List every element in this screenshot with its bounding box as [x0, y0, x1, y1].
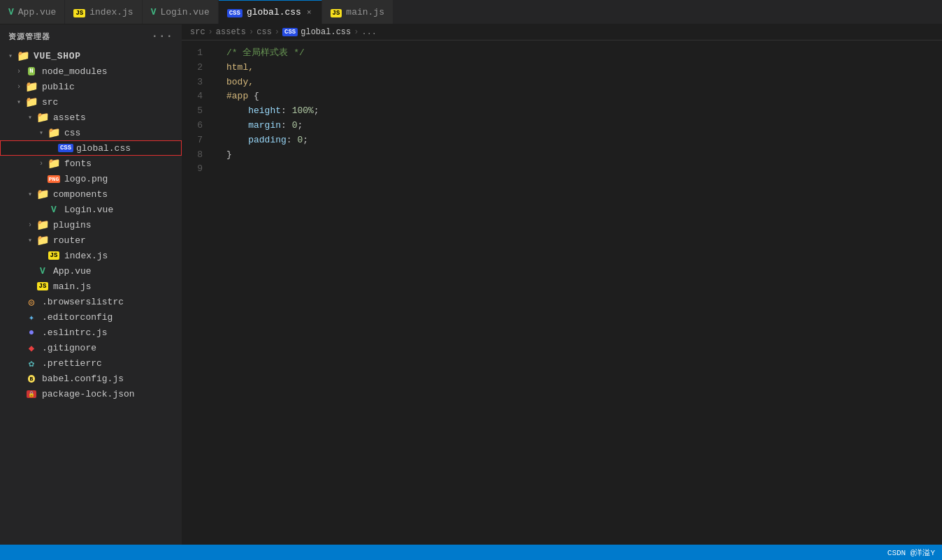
tree-label-logo-png: logo.png [64, 174, 108, 184]
tab-app-vue[interactable]: VApp.vue [0, 0, 65, 24]
chevron-src: ▾ [14, 97, 24, 107]
chevron-gitignore [14, 343, 24, 353]
line-num-7: 7 [182, 133, 208, 148]
tree-label-src: src [42, 97, 58, 108]
tree-label-global-css: global.css [76, 143, 131, 154]
code-line-1[interactable]: /* 全局样式表 */ [215, 46, 942, 61]
breadcrumb-css-icon: CSS [282, 28, 298, 36]
code-line-6[interactable]: margin: 0; [215, 119, 942, 133]
tree-item-components[interactable]: ▾📁components [0, 186, 182, 202]
tree-label-public: public [42, 82, 75, 92]
tree-item-main-js[interactable]: JSmain.js [0, 279, 182, 294]
chevron-login-vue [36, 205, 46, 214]
tab-icon-login-vue: V [151, 7, 157, 17]
tab-global-css[interactable]: CSSglobal.css× [219, 0, 322, 24]
code-lines[interactable]: /* 全局样式表 */html,body,#app { height: 100%… [215, 40, 942, 545]
tree-item-login-vue[interactable]: VLogin.vue [0, 202, 182, 217]
tree-item-router-index-js[interactable]: JSindex.js [0, 248, 182, 263]
chevron-main-js [25, 281, 35, 291]
chevron-components: ▾ [25, 189, 35, 199]
breadcrumb-assets: assets [216, 27, 246, 37]
tree-item-prettierrc[interactable]: ✿.prettierrc [0, 355, 182, 371]
code-line-4[interactable]: #app { [215, 89, 942, 104]
tree-label-router-index-js: index.js [64, 251, 108, 261]
tree-item-assets[interactable]: ▾📁assets [0, 110, 182, 125]
tree-item-public[interactable]: ›📁public [0, 79, 182, 94]
status-bar-right-text: CSDN @洋溢Y [887, 547, 935, 558]
sidebar-more-button[interactable]: ··· [152, 30, 173, 43]
chevron-public: › [14, 82, 24, 91]
code-line-8[interactable]: } [215, 148, 942, 163]
tab-icon-global-css: CSS [227, 7, 242, 17]
tree-item-babel-config[interactable]: Bbabel.config.js [0, 371, 182, 386]
tree-item-app-vue[interactable]: VApp.vue [0, 263, 182, 279]
tab-login-vue[interactable]: VLogin.vue [143, 0, 219, 24]
line-num-2: 2 [182, 61, 208, 75]
chevron-global-css [48, 143, 58, 153]
vue-icon: V [48, 203, 60, 216]
chevron-assets: ▾ [25, 112, 35, 122]
vue-icon: V [36, 265, 49, 277]
tab-label-main-js: main.js [346, 7, 384, 17]
code-line-2[interactable]: html, [215, 61, 942, 75]
tree-label-assets: assets [53, 112, 86, 123]
tree-label-package-lock: package-lock.json [42, 389, 135, 399]
tree-item-css[interactable]: ▾📁css [0, 125, 182, 140]
code-line-7[interactable]: padding: 0; [215, 133, 942, 148]
line-num-1: 1 [182, 46, 208, 61]
tree-label-app-vue: App.vue [53, 266, 92, 277]
code-line-5[interactable]: height: 100%; [215, 104, 942, 119]
js-icon: JS [36, 280, 49, 293]
tree-item-logo-png[interactable]: PNGlogo.png [0, 171, 182, 186]
line-num-4: 4 [182, 89, 208, 104]
tree-item-browserslistrc[interactable]: ◎.browserslistrc [0, 294, 182, 309]
tab-label-index-js: index.js [89, 7, 133, 17]
tree-item-vue-shop[interactable]: ▾📁VUE_SHOP [0, 48, 182, 64]
folder-orange-icon: 📁 [36, 111, 49, 124]
tree-item-node-modules[interactable]: ›Nnode_modules [0, 64, 182, 79]
chevron-plugins: › [25, 220, 35, 230]
tree-item-package-lock[interactable]: 🔒package-lock.json [0, 386, 182, 401]
chevron-babel-config [14, 374, 24, 383]
tree-item-fonts[interactable]: ›📁fonts [0, 156, 182, 171]
tree-item-plugins[interactable]: ›📁plugins [0, 217, 182, 233]
tree-item-src[interactable]: ▾📁src [0, 94, 182, 110]
chevron-node-modules: › [14, 66, 24, 76]
tree-item-eslintrc[interactable]: ●.eslintrc.js [0, 325, 182, 340]
tree-item-editorconfig[interactable]: ✦.editorconfig [0, 309, 182, 325]
tab-main-js[interactable]: JSmain.js [322, 0, 393, 24]
line-num-3: 3 [182, 75, 208, 90]
breadcrumb-filename: global.css [300, 27, 351, 37]
editor-content[interactable]: 123456789 /* 全局样式表 */html,body,#app { he… [182, 40, 942, 545]
tree-item-router[interactable]: ▾📁router [0, 233, 182, 248]
tree-item-gitignore[interactable]: ◆.gitignore [0, 340, 182, 355]
tab-icon-index-js: JS [73, 7, 85, 17]
prettier-icon: ✿ [25, 357, 38, 369]
chevron-editorconfig [14, 312, 24, 322]
tree-item-global-css[interactable]: CSSglobal.css [0, 140, 182, 156]
chevron-prettierrc [14, 358, 24, 368]
tree-label-prettierrc: .prettierrc [42, 358, 102, 369]
tree-label-vue-shop: VUE_SHOP [34, 51, 81, 61]
sidebar-title: 资源管理器 [8, 31, 50, 42]
tab-index-js[interactable]: JSindex.js [65, 0, 142, 24]
status-bar: CSDN @洋溢Y [0, 545, 942, 560]
folder-icon: 📁 [17, 50, 29, 62]
code-line-9[interactable] [215, 162, 942, 177]
png-icon: PNG [48, 172, 60, 185]
breadcrumb-css-dir: css [256, 27, 272, 37]
chevron-logo-png [36, 174, 46, 184]
tree-label-main-js: main.js [53, 281, 92, 292]
js-icon: JS [48, 249, 60, 262]
tree-label-plugins: plugins [53, 220, 92, 230]
tree-label-gitignore: .gitignore [42, 343, 96, 353]
chevron-browserslistrc [14, 297, 24, 307]
tab-label-app-vue: App.vue [18, 7, 57, 17]
tab-icon-app-vue: V [8, 7, 14, 17]
code-line-3[interactable]: body, [215, 75, 942, 90]
tab-close-global-css[interactable]: × [305, 8, 313, 17]
folder-green-icon: 📁 [25, 80, 38, 93]
lock-icon: 🔒 [25, 388, 38, 400]
tree-label-css: css [64, 128, 80, 138]
folder-orange-icon: 📁 [48, 157, 60, 170]
